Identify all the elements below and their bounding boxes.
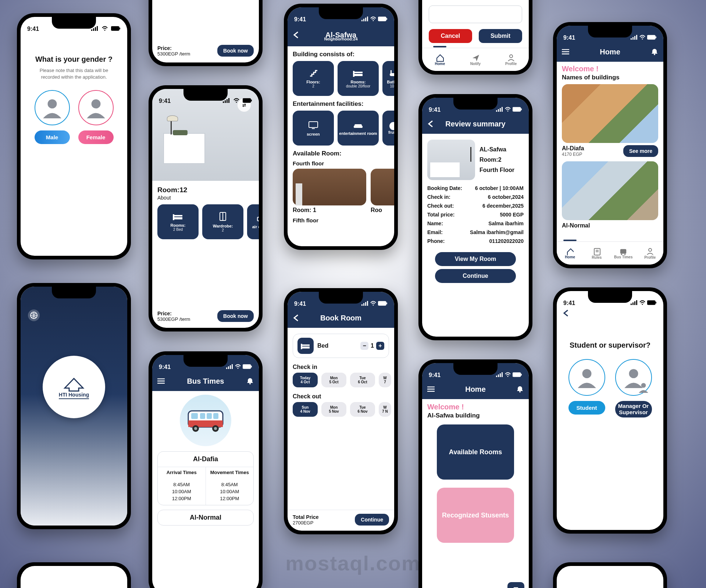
time: 12:00PM bbox=[206, 496, 254, 501]
student-option[interactable] bbox=[568, 359, 605, 396]
page-subtitle: Neighborhood:24 bbox=[324, 37, 357, 41]
menu-icon[interactable] bbox=[562, 49, 569, 55]
time: 8:45AM bbox=[158, 482, 206, 487]
room-card[interactable]: Roo bbox=[371, 169, 394, 214]
tab-notify[interactable]: Notify bbox=[458, 48, 493, 71]
date-chip[interactable]: W7 bbox=[379, 373, 391, 387]
bus-illustration bbox=[180, 395, 231, 446]
tab-rules[interactable]: Rules bbox=[584, 242, 610, 265]
date-chip[interactable]: Mon5 Oct bbox=[321, 373, 346, 387]
section-title: Entertainment facilities: bbox=[293, 100, 389, 108]
see-more-button[interactable]: See more bbox=[623, 145, 658, 157]
room-card[interactable]: Room: 1 bbox=[293, 169, 366, 214]
view-room-button[interactable]: View My Room bbox=[435, 252, 516, 266]
floor-label: Fourth floor bbox=[293, 160, 389, 166]
tile-fruit: fruit t bbox=[382, 111, 394, 146]
back-icon[interactable] bbox=[293, 314, 299, 322]
tab-profile[interactable]: Profile bbox=[637, 242, 664, 265]
bell-icon[interactable] bbox=[516, 386, 524, 393]
tab-profile[interactable]: Profile bbox=[493, 48, 529, 71]
female-label: Female bbox=[78, 130, 114, 144]
book-now-button-2[interactable]: Book now bbox=[217, 310, 254, 322]
gender-question: What is your gender ? bbox=[30, 55, 118, 64]
room-number: Room:12 bbox=[157, 186, 254, 194]
date-chip[interactable]: Tue6 Nov bbox=[350, 402, 375, 417]
price-label: Price: bbox=[157, 311, 190, 316]
back-icon[interactable] bbox=[293, 31, 299, 39]
bell-icon[interactable] bbox=[246, 377, 254, 385]
date-chip[interactable]: Sun4 Nov bbox=[293, 402, 318, 417]
welcome-text: Welcome ! bbox=[427, 403, 524, 411]
continue-button[interactable]: Continue bbox=[355, 514, 389, 526]
page-title: Bus Times bbox=[187, 377, 224, 386]
cancel-button[interactable]: Cancel bbox=[429, 29, 472, 43]
manager-option[interactable] bbox=[615, 359, 652, 396]
male-option[interactable] bbox=[35, 90, 70, 125]
male-label: Male bbox=[35, 130, 70, 144]
tile-screen: screen bbox=[293, 111, 334, 146]
checkout-label: Check out bbox=[293, 393, 389, 400]
time: 10:00AM bbox=[206, 489, 254, 494]
about-label: About bbox=[157, 195, 254, 201]
card-available-rooms[interactable]: Available Rooms bbox=[437, 424, 514, 480]
summary-floor: Fourth Floor bbox=[479, 167, 514, 173]
qty-value: 1 bbox=[371, 343, 374, 349]
building-name: Al-Safwa building bbox=[427, 412, 524, 419]
gender-note: Please note that this data will be recor… bbox=[30, 67, 118, 80]
svg-point-41 bbox=[214, 427, 217, 430]
section-title: Available Room: bbox=[293, 150, 389, 157]
back-icon[interactable] bbox=[563, 309, 569, 317]
book-now-button[interactable]: Book now bbox=[217, 45, 254, 57]
tile-rooms: Rooms:double 20/floor bbox=[338, 61, 379, 96]
qty-minus[interactable]: − bbox=[360, 342, 368, 350]
total-value: 2700EGP bbox=[293, 520, 319, 526]
tile-rooms: Rooms: 2 Bed bbox=[157, 204, 199, 239]
building-photo bbox=[562, 161, 658, 220]
date-chip[interactable]: Mon5 Nov bbox=[321, 402, 346, 417]
tracking-fab[interactable]: Tracking bbox=[507, 582, 524, 588]
tab-bus[interactable]: Bus Times bbox=[610, 242, 637, 265]
bus-building-2[interactable]: Al-Normal bbox=[157, 510, 254, 526]
bus-building-name: Al-Dafia bbox=[158, 452, 253, 467]
movement-header: Movement Times bbox=[206, 470, 254, 475]
page-title: Review summary bbox=[445, 120, 505, 128]
menu-icon[interactable] bbox=[427, 387, 435, 392]
section-title: Names of buildings bbox=[562, 74, 658, 81]
building-photo bbox=[562, 84, 658, 143]
submit-button[interactable]: Submit bbox=[479, 29, 522, 43]
manager-label: Manager OrSupervisor bbox=[615, 401, 652, 417]
checkin-label: Check in bbox=[293, 364, 389, 370]
section-title: Building consists of: bbox=[293, 51, 389, 58]
qty-plus[interactable]: + bbox=[376, 342, 384, 350]
price-label: Price: bbox=[157, 45, 190, 51]
tile-ent-room: entertainment room bbox=[338, 111, 379, 146]
floor-label: Fifth floor bbox=[293, 217, 389, 223]
tile-ac: air conditi bbox=[247, 204, 259, 239]
date-chip[interactable]: Today4 Oct bbox=[293, 373, 318, 387]
tab-home[interactable]: Home bbox=[422, 48, 458, 71]
date-chip[interactable]: Tue6 Oct bbox=[350, 373, 375, 387]
building-name: Al-Normal bbox=[562, 222, 590, 229]
svg-rect-34 bbox=[191, 413, 198, 419]
tile-bath: Bathro10/fl bbox=[382, 61, 394, 96]
globe-button[interactable] bbox=[28, 309, 40, 321]
date-chip[interactable]: W7 N bbox=[379, 402, 391, 417]
summary-room: Room:2 bbox=[479, 157, 514, 163]
tab-home[interactable]: Home bbox=[557, 242, 584, 265]
page-title: Book Room bbox=[320, 314, 361, 322]
role-question: Student or supervisor? bbox=[557, 341, 663, 349]
menu-icon[interactable] bbox=[157, 379, 165, 384]
svg-point-39 bbox=[194, 427, 197, 430]
watermark: mostaql.com bbox=[285, 551, 420, 575]
svg-rect-37 bbox=[213, 413, 218, 419]
card-recognized-students[interactable]: Recognized Stusents bbox=[437, 488, 514, 543]
female-option[interactable] bbox=[78, 90, 114, 125]
arrival-header: Arrival Times bbox=[158, 470, 206, 475]
back-icon[interactable] bbox=[427, 120, 434, 128]
continue-button[interactable]: Continue bbox=[435, 269, 516, 283]
page-title: Home bbox=[600, 48, 620, 56]
text-input[interactable] bbox=[429, 6, 522, 23]
price-value: 5300EGP /term bbox=[157, 51, 190, 57]
building-price: 4170 EGP bbox=[562, 152, 584, 157]
bell-icon[interactable] bbox=[651, 48, 658, 55]
